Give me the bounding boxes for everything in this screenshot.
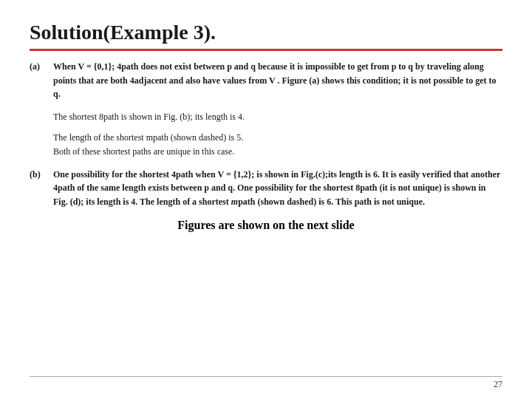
figures-note: Figures are shown on the next slide	[30, 219, 502, 232]
section-b-label: (b)	[30, 168, 46, 209]
section-a-label: (a)	[30, 60, 46, 101]
page-title: Solution(Example 3).	[30, 21, 502, 44]
section-a: (a) When V = {0,1}; 4path does not exist…	[30, 60, 502, 101]
mpath-note: The length of the shortest mpath (shown …	[53, 131, 502, 158]
page: Solution(Example 3). (a) When V = {0,1};…	[0, 0, 532, 399]
shortest-path-note: The shortest 8path is shown in Fig. (b);…	[53, 110, 502, 124]
mpath-line1: The length of the shortest mpath (shown …	[53, 132, 243, 143]
section-b-text: One possibility for the shortest 4path w…	[53, 168, 502, 209]
content: (a) When V = {0,1}; 4path does not exist…	[30, 60, 502, 208]
section-a-text: When V = {0,1}; 4path does not exist bet…	[53, 60, 502, 101]
mpath-line2: Both of these shortest paths are unique …	[53, 146, 234, 157]
bottom-divider	[30, 376, 502, 378]
section-b: (b) One possibility for the shortest 4pa…	[30, 168, 502, 209]
page-number: 27	[494, 379, 502, 390]
title-divider	[30, 49, 502, 51]
